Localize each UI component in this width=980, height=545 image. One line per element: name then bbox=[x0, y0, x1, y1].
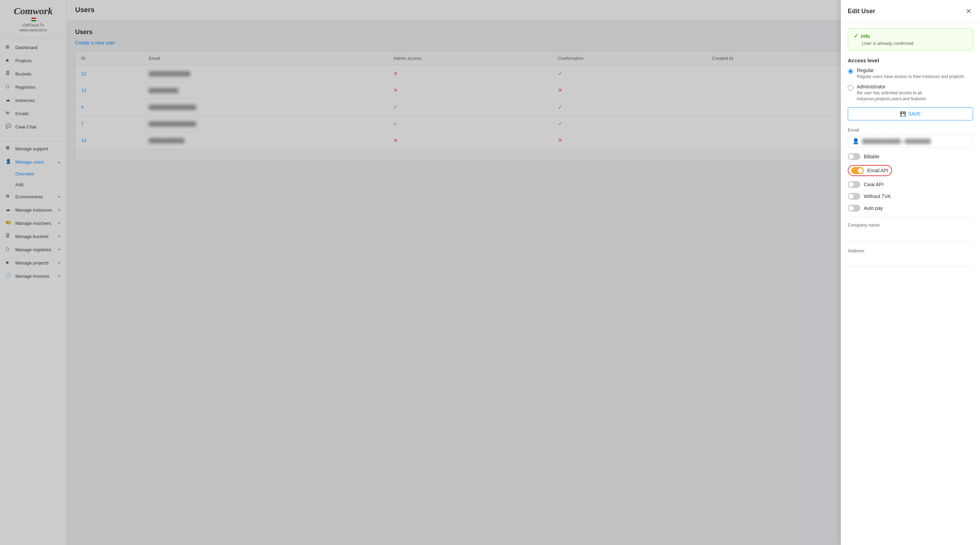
edit-panel: Edit User ✕ ✓ Info User is already confi… bbox=[841, 0, 980, 545]
email-field: 👤 ████████████@████████ bbox=[848, 135, 973, 148]
toggle-billable-slider bbox=[848, 153, 860, 160]
company-name-label: Company name bbox=[848, 222, 973, 227]
toggle-auto-pay-slider bbox=[848, 205, 860, 211]
toggle-without-tva-slider bbox=[848, 193, 860, 200]
alert-header: ✓ Info bbox=[854, 33, 967, 39]
toggle-billable-label: Billable bbox=[864, 154, 880, 159]
alert-title: Info bbox=[861, 33, 870, 39]
toggle-auto-pay-label: Auto pay bbox=[864, 205, 883, 211]
radio-regular-desc: Regular users have access to their insta… bbox=[857, 74, 965, 80]
toggle-cwai-api: Cwai API bbox=[848, 181, 973, 188]
radio-regular[interactable] bbox=[848, 68, 853, 74]
toggle-email-api-switch[interactable] bbox=[851, 167, 864, 174]
toggle-email-api-slider bbox=[851, 167, 864, 174]
edit-panel-title: Edit User bbox=[848, 8, 875, 15]
radio-option-administrator: Administrator the user has unlimited acc… bbox=[848, 84, 973, 102]
radio-option-regular: Regular Regular users have access to the… bbox=[848, 68, 973, 80]
address-input[interactable] bbox=[848, 256, 973, 267]
save-icon: 💾 bbox=[900, 111, 906, 117]
close-panel-button[interactable]: ✕ bbox=[964, 6, 973, 17]
toggle-auto-pay: Auto pay bbox=[848, 205, 973, 211]
modal-overlay[interactable] bbox=[0, 0, 980, 545]
address-label: Address bbox=[848, 248, 973, 253]
email-value: ████████████@████████ bbox=[862, 138, 931, 144]
access-level-radio-group: Regular Regular users have access to the… bbox=[848, 68, 973, 102]
radio-administrator-label: Administrator bbox=[857, 84, 973, 89]
email-api-highlight: Email API bbox=[848, 165, 892, 176]
person-icon: 👤 bbox=[852, 138, 859, 145]
alert-body: User is already confirmed bbox=[854, 41, 967, 46]
radio-administrator[interactable] bbox=[848, 85, 853, 91]
toggle-billable-switch[interactable] bbox=[848, 153, 860, 160]
save-button[interactable]: 💾 SAVE bbox=[848, 107, 973, 121]
radio-regular-label: Regular bbox=[857, 68, 965, 73]
edit-panel-body: ✓ Info User is already confirmed Access … bbox=[841, 22, 980, 545]
toggle-without-tva: Without TVA bbox=[848, 193, 973, 200]
toggle-cwai-api-switch[interactable] bbox=[848, 181, 860, 188]
toggle-auto-pay-switch[interactable] bbox=[848, 205, 860, 211]
toggle-without-tva-switch[interactable] bbox=[848, 193, 860, 200]
company-name-input[interactable] bbox=[848, 230, 973, 241]
edit-panel-header: Edit User ✕ bbox=[841, 0, 980, 22]
check-circle-icon: ✓ bbox=[854, 33, 858, 39]
access-level-title: Access level bbox=[848, 57, 973, 64]
toggle-without-tva-label: Without TVA bbox=[864, 194, 891, 199]
toggle-email-api-label: Email API bbox=[867, 168, 888, 173]
alert-info: ✓ Info User is already confirmed bbox=[848, 28, 973, 51]
toggle-cwai-api-slider bbox=[848, 181, 860, 188]
toggle-cwai-api-label: Cwai API bbox=[864, 182, 884, 187]
save-label: SAVE bbox=[908, 111, 921, 117]
radio-administrator-desc: the user has unlimited access to all ins… bbox=[857, 90, 973, 102]
toggle-billable: Billable bbox=[848, 153, 973, 160]
email-label: Email bbox=[848, 127, 973, 133]
toggle-email-api: Email API bbox=[848, 165, 973, 176]
